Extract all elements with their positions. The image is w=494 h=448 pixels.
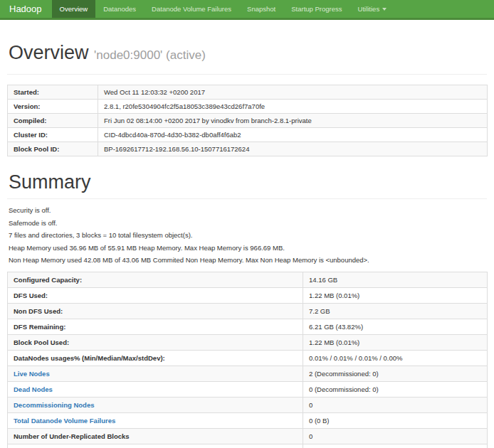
nav-tab-label[interactable]: Startup Progress	[283, 0, 350, 18]
summary-row-value: 1.22 MB (0.01%)	[303, 335, 488, 351]
nav-tab-label[interactable]: Snapshot	[239, 0, 283, 18]
summary-paragraph: 7 files and directories, 3 blocks = 10 t…	[9, 231, 487, 239]
summary-row-label: Decommissioning Nodes	[8, 398, 303, 413]
live-nodes-link[interactable]: Live Nodes	[14, 370, 50, 378]
info-table-row: Started:Wed Oct 11 12:03:32 +0200 2017	[8, 85, 488, 99]
summary-paragraph: Safemode is off.	[9, 219, 487, 227]
info-table-row: Cluster ID:CID-4dbcd40a-870d-4d30-b382-d…	[8, 127, 488, 142]
summary-row-value: 0	[303, 398, 488, 413]
summary-row-label: Number of Blocks Pending Deletion	[8, 444, 303, 448]
summary-paragraph: Non Heap Memory used 42.08 MB of 43.06 M…	[9, 256, 487, 264]
page-content: Overview 'node0:9000' (active) Started:W…	[0, 43, 494, 448]
overview-info-table: Started:Wed Oct 11 12:03:32 +0200 2017Ve…	[7, 85, 488, 156]
nav-tab-utilities[interactable]: Utilities	[350, 0, 395, 18]
top-navbar: Hadoop OverviewDatanodesDatanode Volume …	[0, 0, 494, 20]
info-table-row: Compiled:Fri Jun 02 08:14:00 +0200 2017 …	[8, 113, 488, 127]
summary-row-value: 7.2 GB	[303, 304, 488, 319]
nav-tab-label[interactable]: Datanode Volume Failures	[144, 0, 239, 18]
decommissioning-nodes-link[interactable]: Decommissioning Nodes	[14, 401, 95, 409]
summary-table-row: DFS Remaining:6.21 GB (43.82%)	[8, 319, 488, 335]
info-row-value: BP-1692617712-192.168.56.10-150771617262…	[98, 142, 488, 156]
summary-paragraph: Heap Memory used 36.96 MB of 55.91 MB He…	[9, 244, 487, 252]
info-row-label: Block Pool ID:	[8, 142, 98, 156]
summary-row-label: Block Pool Used:	[8, 335, 303, 351]
summary-table-row: Block Pool Used:1.22 MB (0.01%)	[8, 335, 488, 351]
summary-heading: Summary	[9, 172, 487, 193]
summary-paragraph: Security is off.	[9, 206, 487, 214]
summary-row-value: 0.01% / 0.01% / 0.01% / 0.00%	[303, 351, 488, 366]
info-row-value: Wed Oct 11 12:03:32 +0200 2017	[98, 85, 488, 99]
summary-row-value: 0	[303, 429, 488, 444]
summary-status-text: Security is off.Safemode is off.7 files …	[9, 206, 487, 264]
summary-table: Configured Capacity:14.16 GBDFS Used:1.2…	[7, 272, 488, 448]
info-row-label: Compiled:	[8, 113, 98, 127]
chevron-down-icon	[382, 8, 387, 11]
summary-table-row: Configured Capacity:14.16 GB	[8, 272, 488, 288]
info-table-row: Block Pool ID:BP-1692617712-192.168.56.1…	[8, 142, 488, 156]
summary-row-value: 14.16 GB	[303, 272, 488, 288]
summary-row-label: Dead Nodes	[8, 382, 303, 398]
nav-tab-snapshot[interactable]: Snapshot	[239, 0, 283, 18]
divider	[7, 74, 487, 75]
summary-table-row: Dead Nodes0 (Decommissioned: 0)	[8, 382, 488, 398]
summary-row-label: Number of Under-Replicated Blocks	[8, 429, 303, 444]
nav-tab-label[interactable]: Overview	[52, 0, 96, 18]
summary-table-row: Number of Under-Replicated Blocks0	[8, 429, 488, 444]
nav-tab-label[interactable]: Datanodes	[95, 0, 144, 18]
summary-table-row: Total Datanode Volume Failures0 (0 B)	[8, 413, 488, 429]
summary-row-label: Total Datanode Volume Failures	[8, 413, 303, 429]
summary-row-label: DFS Remaining:	[8, 319, 303, 335]
overview-heading: Overview 'node0:9000' (active)	[9, 43, 487, 64]
summary-row-label: Configured Capacity:	[8, 272, 303, 288]
summary-row-value: 1.22 MB (0.01%)	[303, 288, 488, 304]
nav-tab-datanode-volume-failures[interactable]: Datanode Volume Failures	[144, 0, 239, 18]
summary-table-row: Non DFS Used:7.2 GB	[8, 304, 488, 319]
info-row-value: CID-4dbcd40a-870d-4d30-b382-db0aff4f6ab2	[98, 127, 488, 142]
dead-nodes-link[interactable]: Dead Nodes	[14, 385, 53, 393]
info-table-row: Version:2.8.1, r20fe5304904fc2f5a18053c3…	[8, 99, 488, 113]
summary-table-row: Decommissioning Nodes0	[8, 398, 488, 413]
nav-tab-label[interactable]: Utilities	[350, 0, 395, 18]
summary-row-value: 0 (0 B)	[303, 413, 488, 429]
info-row-value: 2.8.1, r20fe5304904fc2f5a18053c389e43cd2…	[98, 99, 488, 113]
nav-tab-datanodes[interactable]: Datanodes	[95, 0, 144, 18]
summary-row-label: DFS Used:	[8, 288, 303, 304]
summary-row-value: 6.21 GB (43.82%)	[303, 319, 488, 335]
summary-row-value: 0	[303, 444, 488, 448]
divider	[7, 198, 487, 199]
info-row-value: Fri Jun 02 08:14:00 +0200 2017 by vinodk…	[98, 113, 488, 127]
nav-tabs: OverviewDatanodesDatanode Volume Failure…	[51, 0, 395, 18]
summary-table-row: DFS Used:1.22 MB (0.01%)	[8, 288, 488, 304]
summary-table-row: DataNodes usages% (Min/Median/Max/stdDev…	[8, 351, 488, 366]
summary-table-row: Live Nodes2 (Decommissioned: 0)	[8, 366, 488, 382]
nav-tab-startup-progress[interactable]: Startup Progress	[283, 0, 350, 18]
info-row-label: Started:	[8, 85, 98, 99]
summary-row-value: 0 (Decommissioned: 0)	[303, 382, 488, 398]
nav-tab-overview[interactable]: Overview	[52, 0, 96, 18]
summary-row-value: 2 (Decommissioned: 0)	[303, 366, 488, 382]
page-title: Overview	[9, 42, 89, 63]
summary-row-label: DataNodes usages% (Min/Median/Max/stdDev…	[8, 351, 303, 366]
summary-row-label: Live Nodes	[8, 366, 303, 382]
info-row-label: Cluster ID:	[8, 127, 98, 142]
hadoop-brand[interactable]: Hadoop	[0, 0, 51, 18]
summary-row-label: Non DFS Used:	[8, 304, 303, 319]
namenode-address-subtitle: 'node0:9000' (active)	[94, 48, 206, 62]
summary-table-row: Number of Blocks Pending Deletion0	[8, 444, 488, 448]
total-datanode-volume-failures-link[interactable]: Total Datanode Volume Failures	[14, 417, 115, 425]
info-row-label: Version:	[8, 99, 98, 113]
